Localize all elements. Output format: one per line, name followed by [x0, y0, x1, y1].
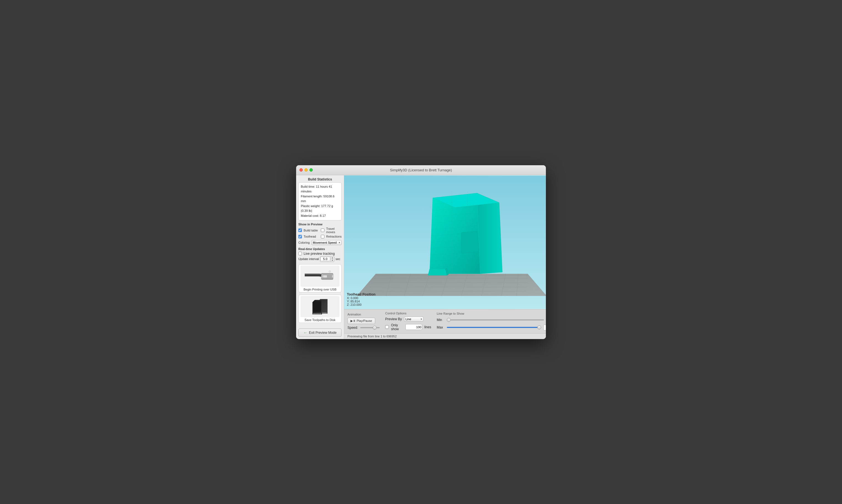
max-label: Max — [437, 325, 445, 329]
svg-marker-38 — [428, 269, 447, 275]
material-cost: Material cost: 8.17 — [301, 214, 339, 218]
usb-image: ⬡ — [300, 266, 339, 287]
sidebar: Build Statistics Build time: 11 hours 41… — [296, 175, 344, 339]
preview-by-select-wrap: Line Layer Extrusion — [404, 317, 424, 322]
speed-slider[interactable] — [360, 327, 380, 328]
svg-rect-10 — [326, 313, 327, 313]
control-bar: Animation ▶⏸ Play/Pause Speed: Control O… — [344, 309, 546, 333]
retractions-checkbox[interactable] — [321, 235, 324, 238]
only-show-checkbox[interactable] — [385, 325, 389, 329]
toolhead-y: Y: 85.814 — [347, 300, 376, 303]
svg-rect-14 — [316, 313, 317, 314]
statusbar: Previewing file from line 1 to 696952 — [344, 333, 546, 339]
close-button[interactable] — [299, 168, 303, 172]
show-in-preview-section: Show in Preview Build table Travel moves… — [298, 222, 342, 245]
animation-section: Animation ▶⏸ Play/Pause Speed: — [347, 313, 380, 330]
svg-rect-13 — [315, 313, 316, 314]
lines-label: lines — [424, 325, 431, 329]
3d-viewport-svg — [344, 175, 546, 309]
build-table-checkbox[interactable] — [298, 229, 302, 232]
toolhead-z: Z: 210.000 — [347, 303, 376, 306]
toolhead-position-label: Toolhead Position — [347, 292, 376, 296]
max-value-spinner: ▲ ▼ — [544, 325, 546, 330]
main-window: Simplify3D (Licensed to Brett Turnage) B… — [296, 165, 546, 339]
svg-rect-12 — [314, 313, 314, 314]
titlebar: Simplify3D (Licensed to Brett Turnage) — [296, 165, 546, 175]
coloring-row: Coloring Movement Speed Feature Type Ext… — [298, 240, 342, 245]
svg-rect-7 — [322, 313, 323, 313]
svg-marker-35 — [477, 193, 502, 274]
build-time: Build time: 11 hours 41 minutes — [301, 184, 339, 194]
usb-svg: ⬡ — [305, 267, 335, 285]
toolhead-x: X: 0.000 — [347, 296, 376, 300]
preview-checkboxes: Build table Travel moves Toolhead Retrac… — [298, 227, 342, 239]
min-slider[interactable] — [447, 319, 544, 321]
update-interval-down[interactable]: ▼ — [330, 259, 334, 262]
speed-label: Speed: — [347, 326, 358, 330]
build-table-label: Build table — [304, 229, 318, 232]
travel-moves-row: Travel moves — [321, 227, 342, 234]
animation-label: Animation — [347, 313, 380, 316]
minimize-button[interactable] — [305, 168, 308, 172]
update-interval-up[interactable]: ▲ — [330, 256, 334, 259]
control-options-section: Control Options Preview By Line Layer Ex… — [385, 312, 431, 331]
exit-arrow-icon: ← — [303, 330, 307, 335]
travel-moves-label: Travel moves — [326, 227, 342, 234]
toolhead-row: Toolhead — [298, 235, 319, 238]
live-preview-label: Live preview tracking — [304, 252, 335, 256]
sd-svg — [305, 298, 335, 316]
toolhead-checkbox[interactable] — [298, 235, 302, 238]
show-in-preview-label: Show in Preview — [298, 222, 342, 226]
min-row: Min ▲ ▼ — [437, 317, 546, 323]
svg-rect-16 — [319, 313, 320, 314]
usb-card[interactable]: ⬡ Begin Printing over USB — [298, 264, 342, 292]
live-preview-checkbox[interactable] — [298, 252, 302, 255]
play-pause-button[interactable]: ▶⏸ Play/Pause — [347, 318, 375, 324]
preview-by-label: Preview By — [385, 317, 402, 321]
svg-marker-20 — [357, 274, 546, 296]
build-stats-title: Build Statistics — [298, 177, 342, 181]
max-value-input[interactable] — [544, 325, 546, 330]
only-show-row: Only show ▲ ▼ lines — [385, 323, 431, 331]
update-interval-row: Update interval ▲ ▼ sec — [298, 256, 342, 262]
coloring-select-wrap: Movement Speed Feature Type Extruder — [311, 240, 342, 245]
only-show-spinner: ▲ ▼ — [406, 324, 422, 330]
max-slider[interactable] — [447, 327, 541, 328]
center-right: Speed (mm/min) 18000 16222 14445 12668 1… — [344, 175, 546, 339]
update-interval-input[interactable] — [320, 257, 330, 261]
coloring-select[interactable]: Movement Speed Feature Type Extruder — [311, 240, 342, 245]
build-table-row: Build table — [298, 227, 319, 234]
preview-by-select[interactable]: Line Layer Extrusion — [404, 317, 424, 322]
update-interval-spin-btns: ▲ ▼ — [330, 256, 334, 262]
disk-card[interactable]: Save Toolpaths to Disk — [298, 295, 342, 323]
disk-image — [300, 296, 339, 317]
travel-moves-checkbox[interactable] — [321, 229, 324, 232]
live-preview-row: Live preview tracking — [298, 252, 342, 256]
status-text: Previewing file from line 1 to 696952 — [347, 335, 397, 338]
only-show-input[interactable] — [406, 325, 422, 329]
min-label: Min — [437, 318, 445, 322]
coloring-label: Coloring — [298, 241, 310, 244]
svg-rect-17 — [321, 313, 321, 314]
maximize-button[interactable] — [309, 168, 313, 172]
plastic-weight: Plastic weight: 177.72 g (0.39 lb) — [301, 204, 339, 214]
update-interval-spinner: ▲ ▼ — [320, 256, 334, 262]
filament-length: Filament length: 59108.6 mm — [301, 194, 339, 204]
exit-preview-label: Exit Preview Mode — [309, 331, 336, 335]
svg-rect-2 — [323, 275, 327, 277]
svg-rect-8 — [323, 313, 324, 313]
control-options-label: Control Options — [385, 312, 431, 315]
retractions-label: Retractions — [326, 235, 342, 238]
svg-rect-18 — [313, 301, 321, 312]
viewport[interactable]: Speed (mm/min) 18000 16222 14445 12668 1… — [344, 175, 546, 309]
build-stats-section: Build Statistics Build time: 11 hours 41… — [298, 177, 342, 220]
line-range-section: Line Range to Show Min ▲ ▼ — [437, 312, 546, 330]
speed-row: Speed: — [347, 326, 380, 330]
exit-preview-button[interactable]: ← Exit Preview Mode — [298, 328, 342, 337]
update-interval-label: Update interval — [298, 257, 319, 260]
main-content: Build Statistics Build time: 11 hours 41… — [296, 175, 546, 339]
traffic-lights — [299, 168, 313, 172]
svg-text:⬡: ⬡ — [329, 270, 330, 273]
viewport-toolbar-wrap: Speed (mm/min) 18000 16222 14445 12668 1… — [344, 175, 546, 309]
toolhead-label: Toolhead — [304, 235, 316, 238]
